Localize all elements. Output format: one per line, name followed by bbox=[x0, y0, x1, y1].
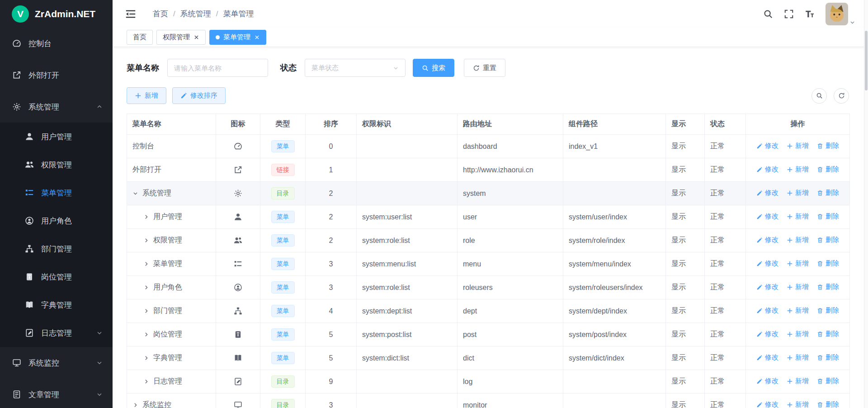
row-edit-button[interactable]: 修改 bbox=[756, 236, 778, 244]
row-delete-button[interactable]: 删除 bbox=[817, 400, 839, 408]
table-row-post[interactable]: 岗位管理菜单5system:post:listpostsystem/post/i… bbox=[127, 323, 850, 346]
tab-close-icon[interactable] bbox=[254, 34, 260, 40]
row-edit-button[interactable]: 修改 bbox=[756, 330, 778, 338]
row-add-button[interactable]: 新增 bbox=[787, 142, 809, 150]
reset-button[interactable]: 重置 bbox=[464, 59, 505, 77]
row-edit-button[interactable]: 修改 bbox=[756, 377, 778, 385]
scrollbar-thumb[interactable] bbox=[865, 31, 868, 90]
table-row-dict[interactable]: 字典管理菜单5system:dict:listdictsystem/dict/i… bbox=[127, 346, 850, 370]
row-delete-button[interactable]: 删除 bbox=[817, 283, 839, 291]
row-expander-icon[interactable] bbox=[143, 285, 149, 290]
status-select[interactable]: 菜单状态 bbox=[305, 59, 406, 77]
row-add-button[interactable]: 新增 bbox=[787, 306, 809, 315]
row-expander-icon[interactable] bbox=[143, 379, 149, 384]
sidebar-item-article[interactable]: 文章管理 bbox=[0, 379, 113, 408]
menu-name-input[interactable] bbox=[174, 64, 261, 72]
row-expander-icon[interactable] bbox=[143, 261, 149, 267]
modify-sort-button[interactable]: 修改排序 bbox=[172, 87, 226, 104]
row-add-button[interactable]: 新增 bbox=[787, 400, 809, 408]
sidebar-item-menu[interactable]: 菜单管理 bbox=[0, 179, 113, 207]
tab-home[interactable]: 首页 bbox=[127, 30, 153, 45]
table-row-roleusers[interactable]: 用户角色菜单3system:role:listroleuserssystem/r… bbox=[127, 276, 850, 299]
table-row-monitor[interactable]: 系统监控目录3monitor显示正常修改新增删除 bbox=[127, 394, 850, 408]
sidebar-item-role[interactable]: 权限管理 bbox=[0, 151, 113, 179]
sidebar-item-external[interactable]: 外部打开 bbox=[0, 59, 113, 91]
sidebar-item-monitor[interactable]: 系统监控 bbox=[0, 347, 113, 379]
toolbar-search-button[interactable] bbox=[811, 88, 827, 104]
row-add-button[interactable]: 新增 bbox=[787, 353, 809, 362]
visible-value: 显示 bbox=[666, 276, 705, 299]
table-row-menu[interactable]: 菜单管理菜单3system:menu:listmenusystem/menu/i… bbox=[127, 252, 850, 276]
row-expander-icon[interactable] bbox=[132, 402, 138, 408]
sidebar-item-roleusers[interactable]: 用户角色 bbox=[0, 207, 113, 235]
row-edit-button[interactable]: 修改 bbox=[756, 283, 778, 291]
search-button[interactable]: 搜索 bbox=[413, 59, 454, 77]
visible-value: 显示 bbox=[666, 229, 705, 252]
menu-collapse-icon[interactable] bbox=[125, 9, 136, 19]
row-edit-button[interactable]: 修改 bbox=[756, 259, 778, 268]
avatar[interactable] bbox=[826, 3, 848, 25]
row-add-button[interactable]: 新增 bbox=[787, 165, 809, 174]
row-delete-button[interactable]: 删除 bbox=[817, 189, 839, 197]
row-edit-button[interactable]: 修改 bbox=[756, 142, 778, 150]
table-row-role[interactable]: 权限管理菜单2system:role:listrolesystem/role/i… bbox=[127, 229, 850, 252]
sidebar-item-dept[interactable]: 部门管理 bbox=[0, 235, 113, 263]
table-row-system[interactable]: 系统管理目录2system显示正常修改新增删除 bbox=[127, 182, 850, 205]
row-add-button[interactable]: 新增 bbox=[787, 236, 809, 244]
row-delete-button[interactable]: 删除 bbox=[817, 259, 839, 268]
row-add-button[interactable]: 新增 bbox=[787, 189, 809, 197]
breadcrumb-item[interactable]: 系统管理 bbox=[180, 9, 211, 19]
search-icon bbox=[816, 92, 823, 99]
font-size-icon[interactable] bbox=[805, 9, 815, 19]
row-add-button[interactable]: 新增 bbox=[787, 377, 809, 385]
add-button[interactable]: 新增 bbox=[127, 87, 166, 104]
sidebar-item-post[interactable]: 岗位管理 bbox=[0, 263, 113, 291]
topbar: 首页/系统管理/菜单管理 bbox=[113, 0, 868, 28]
row-expander-icon[interactable] bbox=[143, 332, 149, 337]
table-row-dashboard[interactable]: 控制台菜单0dashboardindex_v1显示正常修改新增删除 bbox=[127, 135, 850, 158]
row-delete-button[interactable]: 删除 bbox=[817, 377, 839, 385]
fullscreen-icon[interactable] bbox=[784, 9, 794, 19]
sidebar-item-user[interactable]: 用户管理 bbox=[0, 123, 113, 151]
row-delete-button[interactable]: 删除 bbox=[817, 236, 839, 244]
row-expander-icon[interactable] bbox=[143, 308, 149, 314]
row-delete-button[interactable]: 删除 bbox=[817, 306, 839, 315]
tab-menu[interactable]: 菜单管理 bbox=[209, 30, 266, 45]
row-delete-button[interactable]: 删除 bbox=[817, 212, 839, 221]
table-row-dept[interactable]: 部门管理菜单4system:dept:listdeptsystem/dept/i… bbox=[127, 299, 850, 323]
row-add-button[interactable]: 新增 bbox=[787, 283, 809, 291]
row-edit-button[interactable]: 修改 bbox=[756, 353, 778, 362]
row-delete-button[interactable]: 删除 bbox=[817, 142, 839, 150]
row-edit-button[interactable]: 修改 bbox=[756, 306, 778, 315]
row-delete-button[interactable]: 删除 bbox=[817, 353, 839, 362]
row-expander-icon[interactable] bbox=[143, 237, 149, 243]
table-row-external[interactable]: 外部打开链接1http://www.izhaorui.cn显示正常修改新增删除 bbox=[127, 158, 850, 182]
row-expander-icon[interactable] bbox=[132, 190, 138, 196]
row-add-button[interactable]: 新增 bbox=[787, 259, 809, 268]
row-edit-button[interactable]: 修改 bbox=[756, 165, 778, 174]
table-row-user[interactable]: 用户管理菜单2system:user:listusersystem/user/i… bbox=[127, 205, 850, 229]
sidebar-item-system[interactable]: 系统管理 bbox=[0, 91, 113, 123]
scrollbar[interactable] bbox=[864, 0, 868, 408]
row-edit-button[interactable]: 修改 bbox=[756, 189, 778, 197]
chevron-down-icon[interactable] bbox=[849, 19, 855, 25]
row-edit-button[interactable]: 修改 bbox=[756, 400, 778, 408]
tab-role[interactable]: 权限管理 bbox=[156, 30, 206, 45]
search-icon[interactable] bbox=[763, 9, 773, 19]
row-edit-button[interactable]: 修改 bbox=[756, 212, 778, 221]
breadcrumb-item[interactable]: 首页 bbox=[153, 9, 168, 19]
toolbar-refresh-button[interactable] bbox=[834, 88, 849, 104]
sidebar-item-dashboard[interactable]: 控制台 bbox=[0, 28, 113, 59]
sidebar-item-dict[interactable]: 字典管理 bbox=[0, 291, 113, 319]
row-delete-button[interactable]: 删除 bbox=[817, 165, 839, 174]
type-tag: 菜单 bbox=[271, 352, 295, 364]
delete-icon bbox=[817, 213, 823, 220]
row-add-button[interactable]: 新增 bbox=[787, 330, 809, 338]
table-row-log[interactable]: 日志管理目录9log显示正常修改新增删除 bbox=[127, 370, 850, 394]
row-delete-button[interactable]: 删除 bbox=[817, 330, 839, 338]
row-add-button[interactable]: 新增 bbox=[787, 212, 809, 221]
row-expander-icon[interactable] bbox=[143, 214, 149, 220]
row-expander-icon[interactable] bbox=[143, 355, 149, 361]
sidebar-item-log[interactable]: 日志管理 bbox=[0, 319, 113, 347]
tab-close-icon[interactable] bbox=[193, 34, 199, 40]
